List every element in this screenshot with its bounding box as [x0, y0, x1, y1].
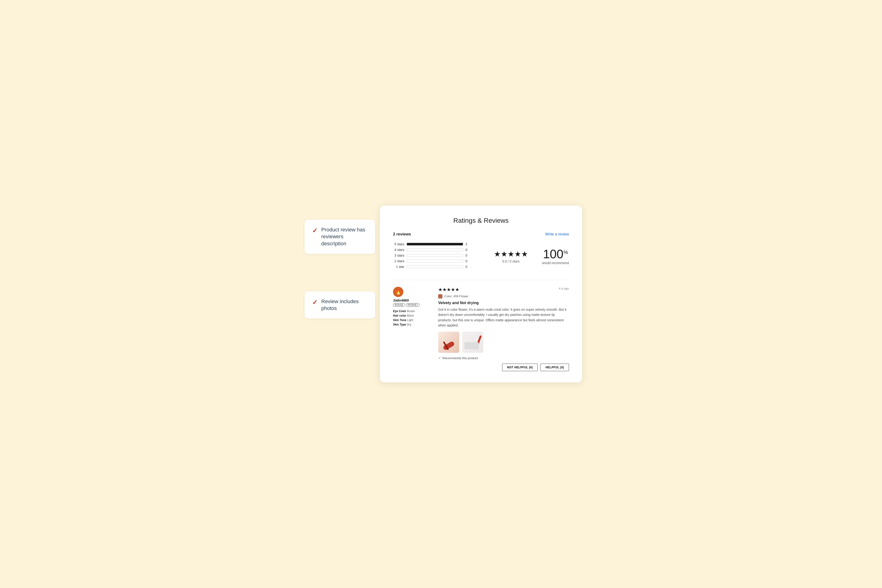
star-row: 5 stars 2: [393, 242, 483, 246]
bar-track: [406, 243, 463, 246]
star-bars: 5 stars 2 4 stars 0 3 stars 0 2 stars 0: [393, 242, 483, 270]
reviewer-avatar: 🔥: [393, 287, 404, 297]
rating-block: ★★★★★ 5.0 / 5 stars: [494, 249, 528, 263]
bar-count: 2: [465, 242, 469, 246]
recommends-check-icon: ✓: [438, 356, 441, 360]
review-content: ★★★★★ 4 d ago Color: 459 Flower Velvety …: [438, 287, 569, 371]
review-item: 🔥 Jialin4869 ROUGEROOKIE I Eye Color Bro…: [393, 287, 569, 371]
review-photo-1: [438, 332, 459, 353]
divider: [393, 280, 569, 280]
review-stars: ★★★★★: [438, 287, 459, 292]
reviewer-attr: Eye Color Brown: [393, 309, 430, 314]
star-row: 1 star 0: [393, 265, 483, 268]
bar-count: 0: [465, 248, 469, 252]
bar-track: [406, 260, 463, 262]
attr-key: Skin Tone: [393, 318, 406, 322]
star-row: 3 stars 0: [393, 254, 483, 257]
helpful-button[interactable]: HELPFUL (0): [540, 364, 569, 371]
reviewer-attr: Skin Tone Light: [393, 318, 430, 322]
reviewer-name: Jialin4869: [393, 298, 430, 302]
attr-key: Eye Color: [393, 309, 406, 313]
attr-key: Hair color: [393, 314, 406, 317]
main-card: Ratings & Reviews 2 reviews Write a revi…: [380, 206, 582, 382]
star-label: 4 stars: [393, 248, 404, 252]
review-date: 4 d ago: [559, 287, 569, 290]
annotation-text-2: Review includes photos: [321, 298, 368, 312]
recommend-label: would recommend: [542, 261, 569, 265]
check-icon-2: ✓: [312, 298, 318, 306]
review-top-row: ★★★★★ 4 d ago: [438, 287, 569, 292]
recommend-pct: 100%: [542, 248, 569, 260]
bar-count: 0: [465, 265, 469, 268]
page-container: ✓ Product review has reviewers descripti…: [300, 206, 582, 382]
reviewer-attr: Hair color Black: [393, 314, 430, 318]
star-label: 1 star: [393, 265, 404, 268]
bar-track: [406, 265, 463, 268]
annotation-text-1: Product review has reviewers description: [321, 226, 368, 247]
rating-number: 5.0 / 5 stars: [494, 260, 528, 263]
bar-track: [406, 254, 463, 257]
not-helpful-button[interactable]: NOT HELPFUL (0): [502, 364, 538, 371]
overall-stats: ★★★★★ 5.0 / 5 stars 100% would recommend: [494, 242, 569, 270]
review-body: Got it in color flower, it's a warm nude…: [438, 307, 569, 328]
recommends-text: Recommends this product: [442, 356, 478, 360]
star-label: 5 stars: [393, 242, 404, 246]
reviewer-badge: ROOKIE I: [406, 303, 420, 307]
review-photo-2: [462, 332, 483, 353]
star-row: 4 stars 0: [393, 248, 483, 252]
reviewer-attr: Skin Type Dry: [393, 322, 430, 327]
recommend-block: 100% would recommend: [542, 248, 569, 265]
star-label: 2 stars: [393, 259, 404, 263]
attr-key: Skin Type: [393, 323, 406, 326]
reviewer-badge: ROUGE: [393, 303, 405, 307]
color-text: Color: 459 Flower: [444, 294, 468, 298]
review-title: Velvety and Not drying: [438, 301, 569, 305]
check-icon-1: ✓: [312, 227, 318, 234]
ratings-summary: 5 stars 2 4 stars 0 3 stars 0 2 stars 0: [393, 242, 569, 270]
annotation-card-1: ✓ Product review has reviewers descripti…: [304, 220, 375, 254]
reviewer-info: 🔥 Jialin4869 ROUGEROOKIE I Eye Color Bro…: [393, 287, 430, 371]
annotation-panel: ✓ Product review has reviewers descripti…: [300, 206, 380, 333]
bar-track: [406, 248, 463, 251]
stars-display: ★★★★★: [494, 249, 528, 258]
reviews-count: 2 reviews: [393, 232, 411, 237]
star-row: 2 stars 0: [393, 259, 483, 263]
review-photos: [438, 332, 569, 353]
recommends-row: ✓ Recommends this product: [438, 356, 569, 360]
star-label: 3 stars: [393, 254, 404, 257]
bar-count: 0: [465, 254, 469, 257]
color-swatch: [438, 294, 442, 298]
reviewer-attrs: Eye Color BrownHair color BlackSkin Tone…: [393, 309, 430, 327]
write-review-link[interactable]: Write a review: [545, 232, 569, 236]
reviewer-badges: ROUGEROOKIE I: [393, 303, 430, 307]
page-title: Ratings & Reviews: [393, 217, 569, 224]
annotation-card-2: ✓ Review includes photos: [304, 291, 375, 318]
bar-count: 0: [465, 259, 469, 263]
header-row: 2 reviews Write a review: [393, 232, 569, 237]
helpful-row: NOT HELPFUL (0) HELPFUL (0): [438, 364, 569, 371]
review-color-tag: Color: 459 Flower: [438, 294, 569, 298]
bar-fill: [407, 243, 463, 245]
